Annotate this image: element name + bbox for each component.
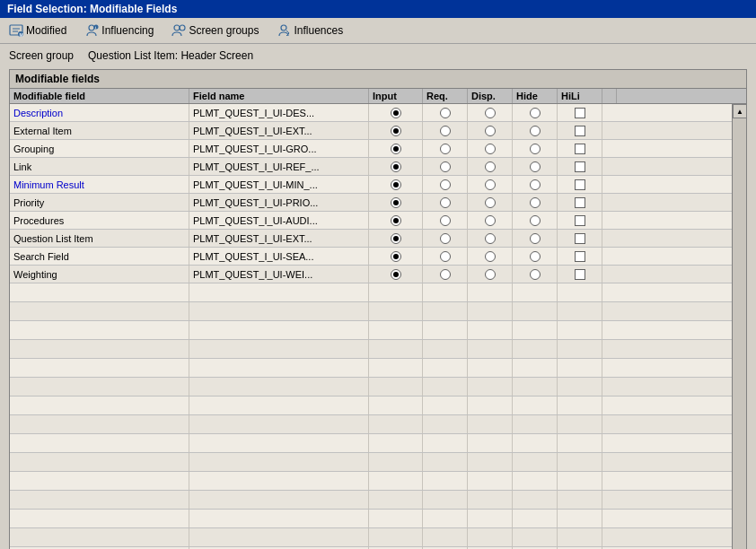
cell-hide[interactable] bbox=[513, 266, 558, 283]
cell-disp[interactable] bbox=[468, 194, 513, 211]
radio-disp[interactable] bbox=[485, 144, 496, 154]
cell-hili[interactable] bbox=[558, 266, 602, 283]
cell-req[interactable] bbox=[423, 104, 468, 121]
cell-input[interactable] bbox=[369, 248, 423, 265]
influencing-button[interactable]: i Influencing bbox=[81, 22, 157, 39]
radio-input[interactable] bbox=[391, 215, 401, 226]
cell-req[interactable] bbox=[423, 212, 468, 229]
checkbox-hili[interactable] bbox=[575, 197, 585, 208]
cell-hili[interactable] bbox=[558, 248, 602, 265]
cell-req[interactable] bbox=[423, 248, 468, 265]
checkbox-hili[interactable] bbox=[575, 161, 585, 172]
radio-disp[interactable] bbox=[485, 215, 496, 226]
radio-disp[interactable] bbox=[485, 108, 496, 118]
cell-req[interactable] bbox=[423, 158, 468, 175]
checkbox-hili[interactable] bbox=[575, 126, 585, 136]
radio-input[interactable] bbox=[391, 197, 401, 208]
cell-hili[interactable] bbox=[558, 230, 602, 247]
cell-input[interactable] bbox=[369, 158, 423, 175]
radio-req[interactable] bbox=[440, 179, 451, 190]
radio-req[interactable] bbox=[440, 197, 451, 208]
radio-hide[interactable] bbox=[530, 108, 541, 118]
influences-button[interactable]: Influences bbox=[273, 22, 347, 39]
cell-disp[interactable] bbox=[468, 176, 513, 193]
checkbox-hili[interactable] bbox=[575, 233, 585, 244]
radio-disp[interactable] bbox=[485, 126, 496, 136]
cell-hili[interactable] bbox=[558, 104, 602, 121]
radio-disp[interactable] bbox=[485, 179, 496, 190]
cell-hide[interactable] bbox=[513, 104, 558, 121]
cell-hide[interactable] bbox=[513, 176, 558, 193]
cell-input[interactable] bbox=[369, 194, 423, 211]
cell-req[interactable] bbox=[423, 194, 468, 211]
radio-input[interactable] bbox=[391, 233, 401, 244]
scroll-track[interactable] bbox=[733, 118, 746, 549]
cell-input[interactable] bbox=[369, 230, 423, 247]
modified-button[interactable]: M Modified bbox=[5, 22, 70, 39]
cell-req[interactable] bbox=[423, 176, 468, 193]
radio-hide[interactable] bbox=[530, 251, 541, 262]
radio-req[interactable] bbox=[440, 126, 451, 136]
cell-input[interactable] bbox=[369, 212, 423, 229]
vertical-scrollbar[interactable]: ▲ ▼ bbox=[732, 104, 746, 549]
cell-disp[interactable] bbox=[468, 230, 513, 247]
radio-disp[interactable] bbox=[485, 161, 496, 172]
cell-disp[interactable] bbox=[468, 248, 513, 265]
cell-input[interactable] bbox=[369, 266, 423, 283]
cell-disp[interactable] bbox=[468, 212, 513, 229]
checkbox-hili[interactable] bbox=[575, 215, 585, 226]
cell-input[interactable] bbox=[369, 104, 423, 121]
radio-req[interactable] bbox=[440, 233, 451, 244]
radio-req[interactable] bbox=[440, 108, 451, 118]
radio-hide[interactable] bbox=[530, 269, 541, 280]
radio-input[interactable] bbox=[391, 179, 401, 190]
radio-req[interactable] bbox=[440, 144, 451, 154]
cell-hili[interactable] bbox=[558, 158, 602, 175]
cell-disp[interactable] bbox=[468, 158, 513, 175]
radio-hide[interactable] bbox=[530, 161, 541, 172]
checkbox-hili[interactable] bbox=[575, 108, 585, 118]
cell-disp[interactable] bbox=[468, 266, 513, 283]
checkbox-hili[interactable] bbox=[575, 144, 585, 154]
radio-input[interactable] bbox=[391, 251, 401, 262]
radio-disp[interactable] bbox=[485, 269, 496, 280]
radio-input[interactable] bbox=[391, 269, 401, 280]
radio-input[interactable] bbox=[391, 108, 401, 118]
cell-hide[interactable] bbox=[513, 212, 558, 229]
radio-input[interactable] bbox=[391, 144, 401, 154]
radio-req[interactable] bbox=[440, 215, 451, 226]
radio-disp[interactable] bbox=[485, 197, 496, 208]
radio-hide[interactable] bbox=[530, 197, 541, 208]
checkbox-hili[interactable] bbox=[575, 251, 585, 262]
cell-hide[interactable] bbox=[513, 194, 558, 211]
cell-hili[interactable] bbox=[558, 140, 602, 157]
cell-disp[interactable] bbox=[468, 104, 513, 121]
cell-req[interactable] bbox=[423, 122, 468, 139]
cell-hide[interactable] bbox=[513, 140, 558, 157]
cell-input[interactable] bbox=[369, 122, 423, 139]
cell-req[interactable] bbox=[423, 230, 468, 247]
radio-hide[interactable] bbox=[530, 126, 541, 136]
cell-hide[interactable] bbox=[513, 230, 558, 247]
cell-hili[interactable] bbox=[558, 212, 602, 229]
cell-hili[interactable] bbox=[558, 122, 602, 139]
cell-hili[interactable] bbox=[558, 176, 602, 193]
cell-hide[interactable] bbox=[513, 122, 558, 139]
radio-req[interactable] bbox=[440, 251, 451, 262]
cell-req[interactable] bbox=[423, 266, 468, 283]
radio-disp[interactable] bbox=[485, 233, 496, 244]
cell-hide[interactable] bbox=[513, 158, 558, 175]
cell-disp[interactable] bbox=[468, 122, 513, 139]
cell-hide[interactable] bbox=[513, 248, 558, 265]
screen-groups-button[interactable]: Screen groups bbox=[168, 22, 262, 39]
radio-hide[interactable] bbox=[530, 215, 541, 226]
cell-input[interactable] bbox=[369, 176, 423, 193]
radio-hide[interactable] bbox=[530, 179, 541, 190]
radio-hide[interactable] bbox=[530, 233, 541, 244]
scroll-up-button[interactable]: ▲ bbox=[733, 104, 746, 118]
radio-hide[interactable] bbox=[530, 144, 541, 154]
radio-req[interactable] bbox=[440, 269, 451, 280]
radio-input[interactable] bbox=[391, 161, 401, 172]
cell-input[interactable] bbox=[369, 140, 423, 157]
cell-disp[interactable] bbox=[468, 140, 513, 157]
